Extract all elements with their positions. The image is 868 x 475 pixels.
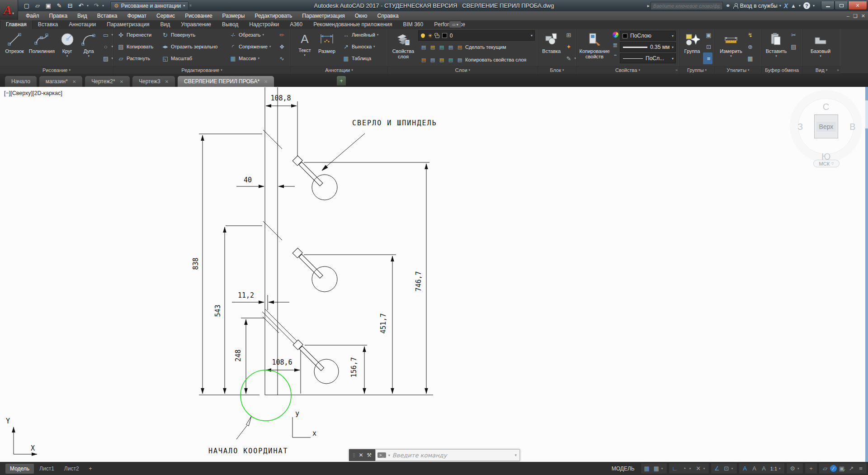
grid-toggle[interactable]: ▦ — [642, 464, 651, 474]
quick-calc-button[interactable]: ▦ — [745, 52, 754, 64]
menu-item[interactable]: Редактировать — [250, 11, 297, 20]
viewcube-wcs-menu[interactable]: МСК▽ — [813, 160, 840, 167]
snap-toggle[interactable]: ▦ — [652, 464, 661, 474]
file-tab[interactable]: СВЕРЛЕНИЕ ПЕРИЛ ПРОБА* ✕ — [177, 76, 274, 87]
undo-dropdown[interactable]: ▾ — [87, 4, 90, 8]
polyline-button[interactable]: Полилиния — [27, 29, 56, 66]
file-tab-close-icon[interactable]: ✕ — [72, 79, 76, 84]
offset-button[interactable]: ∿ — [276, 52, 286, 64]
object-color-select[interactable]: ПоСлою ▾ — [620, 31, 676, 41]
help-dropdown-icon[interactable]: ▾ — [813, 4, 815, 8]
explode-button[interactable]: ❖ — [276, 41, 286, 52]
ribbon-tab[interactable]: BIM 360 — [398, 20, 429, 29]
group-edit-button[interactable]: ⊡ — [703, 41, 712, 52]
command-expand-icon[interactable]: ▾ — [514, 453, 518, 457]
ribbon-tab[interactable]: Аннотации — [63, 20, 101, 29]
table-button[interactable]: ▦Таблица — [340, 52, 378, 64]
ungroup-button[interactable]: ▣ — [703, 29, 712, 41]
a360-icon[interactable]: ▲ — [791, 3, 796, 9]
fillet-button[interactable]: ◜Сопряжение▾ — [227, 41, 276, 52]
ribbon-tab[interactable]: Главная — [0, 20, 33, 29]
autoscale-toggle[interactable]: А — [750, 464, 759, 474]
a360-dropdown-icon[interactable]: ▾ — [799, 4, 801, 8]
panel-label-clipboard[interactable]: Буфер обмена — [762, 66, 802, 74]
search-icon[interactable]: ⚭ — [726, 2, 731, 9]
command-input-field[interactable]: >_ ▾ Введите команду ▾ — [375, 449, 520, 461]
menu-item[interactable]: Вставка — [92, 11, 123, 20]
open-file-button[interactable]: ▱ — [33, 1, 42, 10]
match-layer-button[interactable]: ▤ ▤ ▤ ▤ ▤ Копировать свойства слоя — [418, 53, 535, 66]
circle-button[interactable]: Круг ▾ — [56, 29, 78, 66]
plot-button[interactable]: ⊟ — [65, 1, 75, 10]
viewcube-north[interactable]: С — [819, 102, 833, 112]
osnap-dropdown-icon[interactable]: ▾ — [731, 467, 736, 470]
canvas-scrollbar[interactable] — [865, 87, 868, 462]
new-drawing-tab-button[interactable]: + — [336, 76, 346, 86]
file-tab[interactable]: Чертеж2* ✕ — [85, 76, 130, 87]
ribbon-tab[interactable]: Вывод — [217, 20, 244, 29]
scale-button[interactable]: ◱Масштаб — [160, 52, 227, 64]
copy-button[interactable]: ▤Копировать — [115, 41, 160, 52]
menu-item[interactable]: Параметризация — [297, 11, 349, 20]
panel-label-draw[interactable]: Рисование▾ — [0, 66, 113, 74]
panel-label-groups[interactable]: Группы▾ — [679, 66, 714, 74]
viewcube-east[interactable]: В — [846, 122, 859, 132]
isolate-objects-button[interactable]: ▱ — [821, 464, 830, 474]
file-tab[interactable]: Чертеж3 ✕ — [132, 76, 175, 87]
arc-dropdown-icon[interactable]: ▾ — [88, 54, 90, 58]
menu-item[interactable]: Справка — [373, 11, 404, 20]
menu-item[interactable]: Окно — [350, 11, 373, 20]
qat-customize-button[interactable]: ≡ — [189, 4, 193, 8]
panel-label-properties[interactable]: Свойства▾» — [576, 66, 679, 74]
paste-button[interactable]: Вставить ▾ — [764, 29, 788, 66]
polar-dropdown-icon[interactable]: ▾ — [689, 467, 693, 470]
drawing-canvas[interactable]: [−][Сверху][2D-каркас] — [0, 87, 868, 462]
sign-in-button[interactable]: Вход в службы ▾ — [733, 3, 781, 9]
file-tab[interactable]: магазин* ✕ — [39, 76, 83, 87]
arc-button[interactable]: Дуга ▾ — [78, 29, 99, 66]
minimize-button[interactable] — [821, 1, 835, 10]
menu-item[interactable]: Файл — [21, 11, 44, 20]
doc-close-button[interactable]: ✕ — [861, 13, 865, 19]
panel-label-utilities[interactable]: Утилиты▾ — [715, 66, 761, 74]
insert-block-button[interactable]: Вставка — [540, 29, 563, 66]
restore-button[interactable] — [835, 1, 848, 10]
ribbon-tab[interactable]: Надстройки — [244, 20, 284, 29]
cut-button[interactable]: ✂ — [788, 29, 797, 41]
annotation-scale-dropdown-icon[interactable]: ▾ — [779, 467, 783, 470]
hatch-button[interactable]: ▨▾ — [100, 52, 113, 64]
annotation-visibility-toggle[interactable]: А — [741, 464, 750, 474]
help-icon[interactable]: ? — [803, 2, 810, 9]
panel-label-layers[interactable]: Слои▾ — [388, 66, 538, 74]
file-tab-close-icon[interactable]: ✕ — [120, 79, 123, 84]
command-recent-dropdown-icon[interactable]: ▾ — [388, 453, 390, 457]
ribbon-tab[interactable]: Вставка — [33, 20, 64, 29]
command-grip-icon[interactable]: ⣿ — [353, 453, 355, 457]
group-selection-toggle[interactable]: ≡ — [703, 52, 712, 64]
ortho-toggle[interactable]: ∟ — [670, 464, 679, 474]
exchange-apps-icon[interactable]: X — [784, 2, 788, 10]
stretch-button[interactable]: ▱Растянуть — [115, 52, 160, 64]
menu-item[interactable]: Размеры — [217, 11, 250, 20]
block-editor-button[interactable]: ✎▾ — [563, 52, 576, 64]
menu-item[interactable]: Рисование — [180, 11, 217, 20]
ellipse-button[interactable]: ○▾ — [100, 41, 113, 52]
file-tab[interactable]: Начало ✕ — [5, 76, 37, 87]
snap-dropdown-icon[interactable]: ▾ — [661, 467, 665, 470]
search-go-icon[interactable]: ▸ — [647, 3, 650, 8]
menu-item[interactable]: Правка — [44, 11, 73, 20]
make-current-button[interactable]: ▤ ▤ ▤ ▤ ▤ Сделать текущим — [418, 41, 535, 53]
ribbon-tab[interactable]: A360 — [284, 20, 308, 29]
layer-properties-button[interactable]: Свойстваслоя — [390, 29, 416, 66]
panel-label-view[interactable]: Вид▾» — [802, 66, 840, 74]
panel-label-annotate[interactable]: Аннотации▾ — [291, 66, 387, 74]
dimension-button[interactable]: Размер — [315, 29, 339, 66]
new-file-button[interactable]: ▢ — [22, 1, 32, 10]
viewcube-west[interactable]: З — [793, 122, 807, 132]
linear-dim-button[interactable]: ↔Линейный▾ — [340, 29, 378, 41]
array-button[interactable]: ▦Массив▾ — [227, 52, 276, 64]
canvas-scrollbar-thumb[interactable] — [865, 100, 868, 128]
workspace-switch-dropdown-icon[interactable]: ▾ — [797, 467, 802, 470]
doc-restore-button[interactable]: ❏ — [853, 13, 858, 19]
copy-clip-button[interactable]: ▤ — [788, 41, 797, 52]
